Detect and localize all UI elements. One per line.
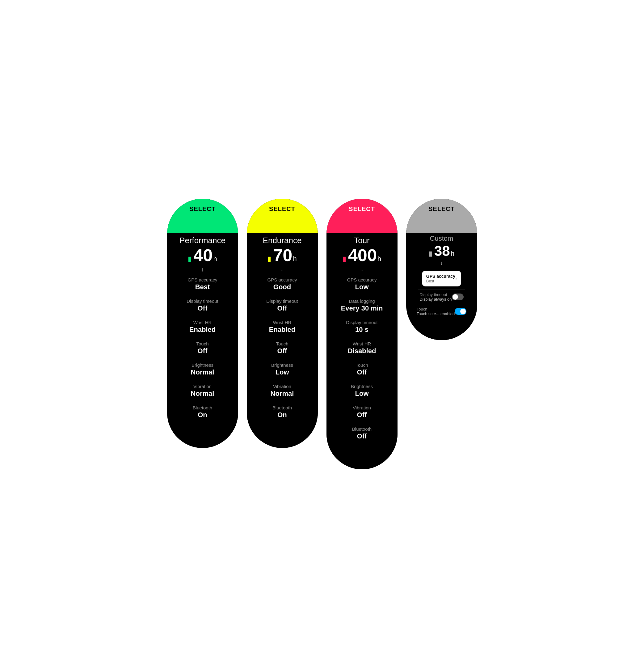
- setting-bluetooth-performance: Bluetooth On: [173, 405, 232, 419]
- setting-display-tour: Display timeout 10 s: [333, 320, 392, 334]
- battery-unit-custom: h: [451, 250, 454, 258]
- setting-display-endurance: Display timeout Off: [253, 299, 312, 313]
- battery-hours-endurance: 70: [273, 246, 292, 264]
- top-cap-endurance: SELECT ›: [247, 199, 318, 233]
- battery-row-custom: ▮ 38 h: [429, 244, 454, 258]
- setting-bluetooth-tour: Bluetooth Off: [333, 426, 392, 440]
- display-timeout-toggle[interactable]: [452, 293, 464, 300]
- setting-touch-tour: Touch Off: [333, 362, 392, 376]
- setting-datalogging-tour: Data logging Every 30 min: [333, 299, 392, 313]
- down-arrow-tour: ↓: [361, 266, 363, 273]
- arrow-icon-tour: ›: [389, 206, 390, 211]
- battery-unit-performance: h: [213, 255, 217, 263]
- panel-custom[interactable]: SELECT › Custom ▮ 38 h ↓ GPS accuracy Be…: [406, 199, 477, 340]
- battery-icon-performance: ▮: [188, 255, 191, 263]
- battery-unit-tour: h: [378, 255, 381, 263]
- setting-wristhr-performance: Wrist HR Enabled: [173, 320, 232, 334]
- mode-title-performance: Performance: [180, 236, 226, 245]
- gps-value: Best: [426, 279, 455, 283]
- panel-body-endurance: Endurance ▮ 70 h ↓ GPS accuracy Good Dis…: [247, 233, 318, 448]
- down-arrow-performance: ↓: [201, 266, 204, 273]
- setting-brightness-performance: Brightness Normal: [173, 362, 232, 376]
- display-timeout-row[interactable]: Display timeout Display always on: [418, 289, 464, 304]
- setting-vibration-endurance: Vibration Normal: [253, 384, 312, 398]
- setting-display-performance: Display timeout Off: [173, 299, 232, 313]
- battery-row-endurance: ▮ 70 h: [267, 246, 297, 264]
- arrow-icon-performance: ›: [230, 206, 231, 211]
- battery-row-performance: ▮ 40 h: [188, 246, 217, 264]
- setting-touch-performance: Touch Off: [173, 341, 232, 355]
- battery-icon-endurance: ▮: [267, 255, 271, 263]
- setting-gps-performance: GPS accuracy Best: [173, 277, 232, 291]
- battery-icon-tour: ▮: [342, 255, 346, 263]
- battery-icon-custom: ▮: [429, 250, 432, 258]
- select-label-performance[interactable]: SELECT: [189, 206, 216, 213]
- select-label-custom[interactable]: SELECT: [428, 206, 455, 213]
- battery-hours-performance: 40: [193, 246, 213, 264]
- select-label-endurance[interactable]: SELECT: [269, 206, 295, 213]
- battery-hours-tour: 400: [348, 246, 377, 264]
- setting-gps-endurance: GPS accuracy Good: [253, 277, 312, 291]
- panels-container: SELECT › Performance ▮ 40 h ↓ GPS accura…: [167, 199, 477, 469]
- battery-unit-endurance: h: [293, 255, 297, 263]
- setting-brightness-tour: Brightness Low: [333, 384, 392, 398]
- setting-touch-endurance: Touch Off: [253, 341, 312, 355]
- touch-text: Touch Touch scre... enabled: [417, 307, 455, 316]
- mode-title-custom: Custom: [430, 234, 454, 243]
- panel-body-performance: Performance ▮ 40 h ↓ GPS accuracy Best D…: [167, 233, 238, 448]
- setting-gps-tour: GPS accuracy Low: [333, 277, 392, 291]
- down-arrow-custom: ↓: [440, 260, 443, 266]
- top-cap-tour: SELECT ›: [326, 199, 398, 233]
- chevron-right-icon: ›: [455, 276, 457, 282]
- setting-vibration-tour: Vibration Off: [333, 405, 392, 419]
- touch-toggle[interactable]: [455, 308, 466, 315]
- setting-vibration-performance: Vibration Normal: [173, 384, 232, 398]
- mode-title-endurance: Endurance: [263, 236, 302, 245]
- gps-label-group: GPS accuracy Best: [426, 274, 455, 283]
- down-arrow-endurance: ↓: [281, 266, 283, 273]
- panel-endurance[interactable]: SELECT › Endurance ▮ 70 h ↓ GPS accuracy…: [247, 199, 318, 448]
- gps-accuracy-row[interactable]: GPS accuracy Best ›: [422, 271, 461, 286]
- panel-body-tour: Tour ▮ 400 h ↓ GPS accuracy Low Data log…: [326, 233, 398, 469]
- setting-bluetooth-endurance: Bluetooth On: [253, 405, 312, 419]
- setting-brightness-endurance: Brightness Low: [253, 362, 312, 376]
- touch-row[interactable]: Touch Touch scre... enabled: [415, 304, 468, 319]
- top-cap-performance: SELECT ›: [167, 199, 238, 233]
- top-cap-custom: SELECT ›: [406, 199, 477, 233]
- battery-hours-custom: 38: [434, 244, 450, 258]
- panel-performance[interactable]: SELECT › Performance ▮ 40 h ↓ GPS accura…: [167, 199, 238, 448]
- arrow-icon-custom: ›: [469, 206, 470, 211]
- display-timeout-text: Display timeout Display always on: [419, 292, 451, 302]
- battery-row-tour: ▮ 400 h: [342, 246, 381, 264]
- setting-wristhr-endurance: Wrist HR Enabled: [253, 320, 312, 334]
- mode-title-tour: Tour: [354, 236, 370, 245]
- panel-tour[interactable]: SELECT › Tour ▮ 400 h ↓ GPS accuracy Low…: [326, 199, 398, 469]
- setting-wristhr-tour: Wrist HR Disabled: [333, 341, 392, 355]
- select-label-tour[interactable]: SELECT: [349, 206, 375, 213]
- arrow-icon-endurance: ›: [309, 206, 311, 211]
- gps-title: GPS accuracy: [426, 274, 455, 279]
- panel-body-custom: Custom ▮ 38 h ↓ GPS accuracy Best › Disp…: [406, 233, 477, 340]
